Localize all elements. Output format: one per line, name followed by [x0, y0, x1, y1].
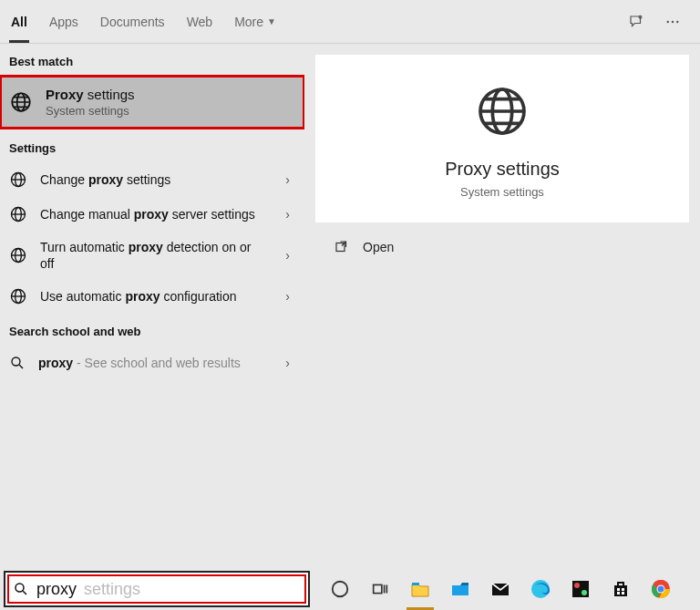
tab-apps[interactable]: Apps [38, 0, 89, 43]
microsoft-store-icon[interactable] [609, 577, 633, 601]
overflow-menu-icon[interactable] [664, 13, 682, 31]
taskbar-app-icon-1[interactable] [448, 577, 472, 601]
open-label: Open [363, 240, 394, 254]
tab-web[interactable]: Web [176, 0, 224, 43]
search-input[interactable]: proxy settings [4, 571, 310, 607]
chevron-right-icon: › [285, 289, 295, 304]
preview-pane: Proxy settings System settings Open [304, 44, 700, 568]
settings-result-4[interactable]: Use automatic proxy configuration › [0, 279, 304, 314]
globe-icon [9, 246, 27, 264]
svg-rect-27 [617, 588, 620, 591]
globe-icon [9, 171, 27, 189]
globe-icon [9, 205, 27, 223]
svg-point-19 [333, 582, 348, 597]
mail-icon[interactable] [489, 577, 512, 601]
bottom-bar: proxy settings [0, 568, 700, 610]
svg-rect-29 [617, 592, 620, 594]
best-match-result[interactable]: Proxy settings System settings [0, 76, 304, 129]
web-search-result[interactable]: proxy - See school and web results › [0, 346, 304, 380]
chevron-right-icon: › [285, 172, 295, 187]
top-right-icons [627, 13, 693, 31]
svg-point-1 [667, 20, 669, 22]
globe-icon [473, 82, 531, 140]
preview-title: Proxy settings [445, 159, 560, 180]
svg-point-25 [574, 583, 580, 588]
result-label: Use automatic proxy configuration [40, 288, 273, 305]
svg-rect-24 [572, 581, 589, 597]
svg-point-3 [676, 20, 678, 22]
chrome-icon[interactable] [649, 577, 673, 601]
section-header-search-web: Search school and web [0, 314, 304, 346]
search-typed-text: proxy [36, 580, 77, 599]
open-action[interactable]: Open [315, 222, 689, 255]
edge-icon[interactable] [529, 577, 552, 601]
tab-all[interactable]: All [0, 0, 38, 43]
open-icon [334, 239, 350, 255]
search-autocomplete-hint: settings [84, 580, 140, 599]
result-label: Change proxy settings [40, 171, 273, 188]
preview-card: Proxy settings System settings [315, 55, 689, 222]
svg-point-23 [531, 580, 550, 598]
tab-more[interactable]: More▼ [223, 0, 287, 43]
search-results-main: Best match Proxy settings System setting… [0, 44, 700, 568]
chevron-right-icon: › [285, 207, 295, 222]
globe-icon [9, 90, 33, 114]
results-left-pane: Best match Proxy settings System setting… [0, 44, 304, 568]
chevron-right-icon: › [285, 248, 295, 263]
chevron-right-icon: › [285, 356, 295, 370]
file-explorer-icon[interactable] [408, 577, 432, 601]
search-scope-tabs-bar: All Apps Documents Web More▼ [0, 0, 700, 44]
best-match-label: Proxy settings System settings [46, 87, 135, 118]
taskbar-app-icon-2[interactable] [569, 577, 592, 601]
search-icon [9, 355, 26, 371]
svg-rect-28 [622, 588, 624, 591]
svg-point-18 [15, 584, 24, 592]
svg-rect-20 [374, 584, 382, 593]
svg-rect-30 [622, 592, 624, 594]
chevron-down-icon: ▼ [267, 16, 276, 26]
settings-result-3[interactable]: Turn automatic proxy detection on or off… [0, 232, 304, 279]
settings-result-1[interactable]: Change proxy settings › [0, 162, 304, 197]
svg-point-2 [672, 20, 674, 22]
settings-result-2[interactable]: Change manual proxy server settings › [0, 197, 304, 232]
task-view-icon[interactable] [368, 577, 392, 601]
search-icon [13, 581, 29, 597]
cortana-icon[interactable] [328, 577, 352, 601]
result-label: Turn automatic proxy detection on or off [40, 239, 273, 272]
tab-documents[interactable]: Documents [89, 0, 176, 43]
result-label: proxy - See school and web results [38, 355, 273, 371]
svg-point-14 [12, 357, 20, 366]
svg-rect-21 [412, 583, 419, 585]
taskbar-icons [310, 577, 673, 601]
svg-point-26 [582, 590, 587, 595]
section-header-settings: Settings [0, 129, 304, 162]
svg-point-33 [658, 586, 664, 593]
scope-tabs: All Apps Documents Web More▼ [0, 0, 287, 43]
preview-subtitle: System settings [460, 185, 544, 199]
section-header-best-match: Best match [0, 44, 304, 76]
result-label: Change manual proxy server settings [40, 206, 273, 222]
globe-icon [9, 287, 27, 305]
feedback-icon[interactable] [627, 13, 645, 31]
